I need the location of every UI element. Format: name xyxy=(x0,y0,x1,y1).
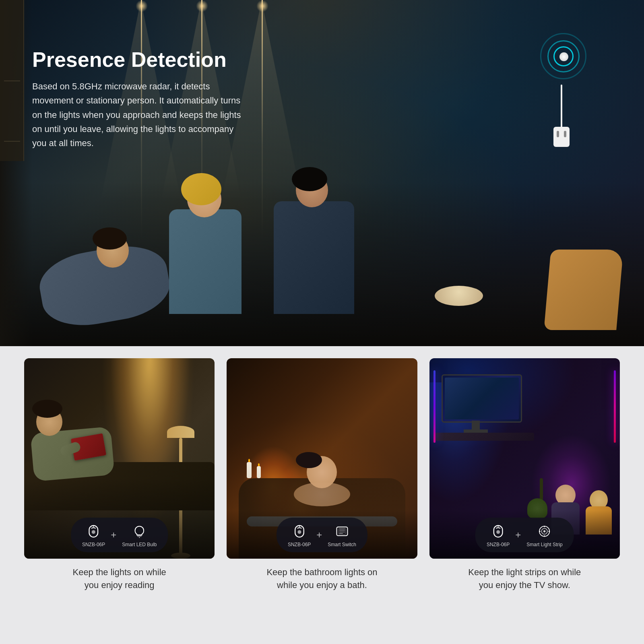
caption-line1-bath: Keep the bathroom lights on xyxy=(266,567,377,577)
caption-line1-reading: Keep the lights on while xyxy=(72,567,166,577)
svg-rect-3 xyxy=(137,535,142,536)
device-strip-1: Smart Light Strip xyxy=(526,522,562,547)
hero-title: Presence Detection xyxy=(32,48,242,71)
device-badge-tv: SNZB-06P + xyxy=(475,518,574,552)
radar-plug xyxy=(553,127,570,147)
candle-2 xyxy=(257,466,261,478)
bulb-label: Smart LED Bulb xyxy=(122,542,157,547)
caption-line2-bath: while you enjoy a bath. xyxy=(277,580,367,590)
caption-line2-reading: you enjoy reading xyxy=(85,580,155,590)
device-badge-reading: SNZB-06P + Smart LED Bulb xyxy=(71,518,168,552)
hero-section: Presence Detection Based on 5.8GHz micro… xyxy=(0,0,644,346)
sensor-label-3: SNZB-06P xyxy=(487,542,510,547)
candle-1 xyxy=(247,462,252,478)
svg-point-20 xyxy=(543,530,545,533)
person-4 xyxy=(547,250,620,330)
device-sensor-3: SNZB-06P xyxy=(487,522,510,547)
sensor-icon-1 xyxy=(85,522,103,540)
card-tv-caption: Keep the light strips on while you enjoy… xyxy=(429,559,620,592)
device-bulb-1: Smart LED Bulb xyxy=(122,522,157,547)
radar-rings xyxy=(539,32,588,80)
switch-icon xyxy=(333,522,351,540)
plus-icon-1: + xyxy=(111,529,116,541)
card-reading-image: SNZB-06P + Smart LED Bulb xyxy=(24,358,215,559)
caption-line1-tv: Keep the light strips on while xyxy=(468,567,581,577)
svg-rect-4 xyxy=(137,536,142,537)
light-strip-left xyxy=(433,370,436,443)
card-reading-caption: Keep the lights on while you enjoy readi… xyxy=(24,559,215,592)
radar-sensor-body xyxy=(559,52,568,61)
device-badge-bath: SNZB-06P + xyxy=(277,518,367,552)
use-case-cards: SNZB-06P + Smart LED Bulb xyxy=(24,358,620,592)
light-strip-right xyxy=(614,370,616,443)
device-sensor-2: SNZB-06P xyxy=(288,522,311,547)
card-tv: SNZB-06P + xyxy=(429,358,620,592)
bath-person xyxy=(294,456,350,506)
sensor-label-2: SNZB-06P xyxy=(288,542,311,547)
caption-line2-tv: you enjoy the TV show. xyxy=(479,580,570,590)
radar-device xyxy=(531,24,596,145)
svg-point-7 xyxy=(297,530,301,534)
card-tv-image: SNZB-06P + xyxy=(429,358,620,559)
light-strip-icon xyxy=(536,522,553,540)
person-3 xyxy=(274,201,354,314)
bulb-icon xyxy=(130,522,148,540)
switch-label: Smart Switch xyxy=(328,542,356,547)
sensor-label-1: SNZB-06P xyxy=(82,542,105,547)
sensor-icon-2 xyxy=(291,522,308,540)
svg-point-16 xyxy=(496,530,500,534)
bottom-section: SNZB-06P + Smart LED Bulb xyxy=(0,346,644,644)
device-sensor-1: SNZB-06P xyxy=(82,522,105,547)
plus-icon-3: + xyxy=(515,529,521,541)
card-reading: SNZB-06P + Smart LED Bulb xyxy=(24,358,215,592)
tv-screen xyxy=(442,374,522,423)
tv-stand xyxy=(472,421,480,433)
cabinet-divider xyxy=(4,80,20,81)
hero-description: Based on 5.8GHz microwave radar, it dete… xyxy=(32,79,242,150)
strip-label: Smart Light Strip xyxy=(526,542,562,547)
card-bath-caption: Keep the bathroom lights on while you en… xyxy=(227,559,417,592)
card-bath-image: SNZB-06P + xyxy=(227,358,417,559)
tv-unit xyxy=(433,433,534,441)
cabinet-divider-2 xyxy=(4,141,20,142)
hero-text-block: Presence Detection Based on 5.8GHz micro… xyxy=(32,48,242,150)
device-switch-1: Smart Switch xyxy=(328,522,356,547)
plus-icon-2: + xyxy=(316,529,322,541)
svg-point-1 xyxy=(92,530,95,534)
person-1 xyxy=(40,250,169,322)
sensor-icon-3 xyxy=(489,522,507,540)
radar-cable xyxy=(561,85,562,133)
person-2 xyxy=(169,209,242,314)
card-bath: SNZB-06P + xyxy=(227,358,417,592)
popcorn-bowl xyxy=(435,286,483,306)
